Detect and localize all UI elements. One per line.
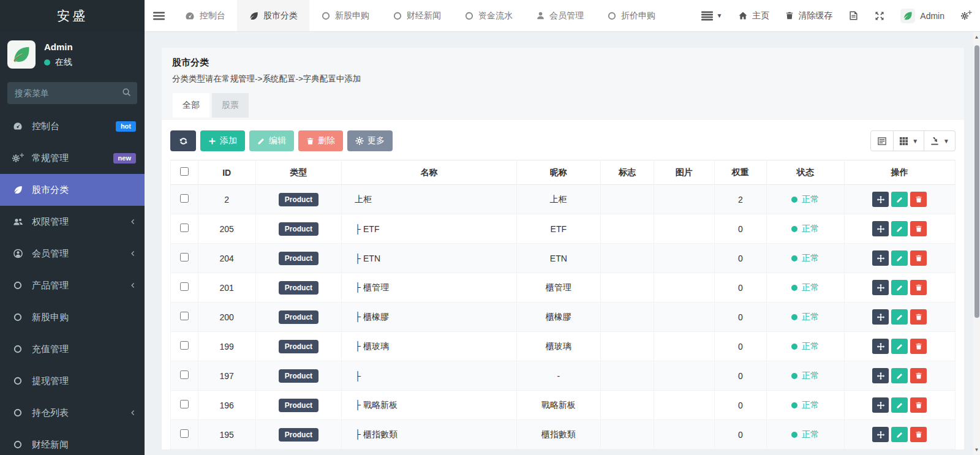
- scrollbar-thumb[interactable]: [974, 45, 979, 318]
- edit-row-button[interactable]: [891, 427, 908, 442]
- nav-tab-label: 会员管理: [549, 10, 584, 21]
- edit-row-button[interactable]: [891, 250, 908, 266]
- panel-tab-1[interactable]: 股票: [212, 93, 249, 118]
- delete-row-button[interactable]: [910, 427, 927, 442]
- nav-tab-5[interactable]: 会员管理: [524, 0, 595, 31]
- delete-row-button[interactable]: [910, 221, 927, 236]
- cell-status: 正常: [767, 420, 844, 449]
- row-checkbox[interactable]: [180, 429, 189, 438]
- nav-tab-1[interactable]: 股市分类: [237, 0, 309, 31]
- edit-button[interactable]: 编辑: [249, 130, 294, 151]
- search-input[interactable]: [7, 82, 137, 104]
- panel-tab-0[interactable]: 全部: [173, 93, 209, 118]
- sidebar-item-9[interactable]: 持仓列表: [0, 397, 145, 429]
- search-icon[interactable]: [122, 88, 131, 97]
- edit-row-button[interactable]: [891, 192, 908, 207]
- scrollbar-up-arrow[interactable]: ▲: [973, 33, 980, 41]
- row-checkbox[interactable]: [180, 312, 189, 320]
- delete-row-button[interactable]: [910, 397, 927, 413]
- cell-id: 197: [198, 361, 255, 391]
- columns-dropdown-button[interactable]: ▼: [894, 130, 924, 151]
- sidebar-item-8[interactable]: 提现管理: [0, 365, 145, 397]
- column-header[interactable]: 名称: [342, 160, 516, 185]
- drag-sort-button[interactable]: [872, 397, 889, 413]
- clear-cache-button[interactable]: 清除缓存: [777, 0, 840, 31]
- panel: 股市分类 分类类型请在常规管理->系统配置->字典配置中添加 全部股票: [162, 48, 964, 449]
- column-header[interactable]: 图片: [654, 160, 714, 185]
- language-switch-button[interactable]: [840, 0, 867, 31]
- online-dot: [44, 59, 50, 66]
- user-menu[interactable]: Admin: [892, 0, 952, 31]
- column-header[interactable]: 状态: [767, 160, 844, 185]
- edit-row-button[interactable]: [891, 397, 908, 413]
- toggle-view-button[interactable]: [870, 130, 894, 151]
- delete-row-button[interactable]: [910, 368, 927, 383]
- delete-row-button[interactable]: [910, 192, 927, 207]
- row-checkbox[interactable]: [180, 224, 189, 232]
- select-all-checkbox[interactable]: [180, 167, 189, 176]
- settings-button[interactable]: [952, 0, 980, 31]
- row-checkbox[interactable]: [180, 400, 189, 408]
- fullscreen-button[interactable]: [867, 0, 892, 31]
- sidebar-item-3[interactable]: 权限管理: [0, 206, 145, 238]
- column-header[interactable]: 昵称: [516, 160, 601, 185]
- delete-row-button[interactable]: [910, 309, 927, 325]
- nav-tab-2[interactable]: 新股申购: [309, 0, 381, 31]
- row-checkbox[interactable]: [180, 282, 189, 291]
- column-header[interactable]: ID: [198, 160, 255, 185]
- drag-sort-button[interactable]: [872, 221, 889, 236]
- row-checkbox[interactable]: [180, 194, 189, 203]
- nav-tab-3[interactable]: 财经新闻: [381, 0, 453, 31]
- row-checkbox[interactable]: [180, 370, 189, 379]
- drag-sort-button[interactable]: [872, 280, 889, 295]
- edit-row-button[interactable]: [891, 368, 908, 383]
- cell-nick: ETN: [516, 244, 601, 273]
- drag-sort-button[interactable]: [872, 250, 889, 266]
- edit-row-button[interactable]: [891, 280, 908, 295]
- export-dropdown-button[interactable]: ▼: [924, 130, 956, 151]
- delete-row-button[interactable]: [910, 250, 927, 266]
- gear-icon: [355, 137, 364, 145]
- cell-name: ├ 櫃橡膠: [342, 303, 516, 332]
- column-header[interactable]: 权重: [714, 160, 767, 185]
- drag-sort-button[interactable]: [872, 192, 889, 207]
- table-header-row: ID类型名称昵称标志图片权重状态操作: [171, 160, 956, 185]
- row-checkbox[interactable]: [180, 341, 189, 350]
- drag-sort-button[interactable]: [872, 368, 889, 383]
- column-header[interactable]: 类型: [255, 160, 342, 185]
- column-header[interactable]: 操作: [844, 160, 955, 185]
- trash-icon: [785, 11, 794, 20]
- edit-row-button[interactable]: [891, 221, 908, 236]
- scrollbar-down-arrow[interactable]: ▼: [973, 446, 980, 454]
- drag-sort-button[interactable]: [872, 309, 889, 325]
- cell-operations: [844, 361, 955, 391]
- refresh-button[interactable]: [170, 130, 196, 151]
- drag-sort-button[interactable]: [872, 339, 889, 354]
- home-button[interactable]: 主页: [730, 0, 777, 31]
- cell-operations: [844, 420, 955, 449]
- sidebar-item-6[interactable]: 新股申购: [0, 301, 145, 333]
- sidebar-item-0[interactable]: 控制台hot: [0, 110, 145, 142]
- delete-row-button[interactable]: [910, 280, 927, 295]
- nav-tab-0[interactable]: 控制台: [173, 0, 237, 31]
- sidebar-item-5[interactable]: 产品管理: [0, 269, 145, 301]
- more-button[interactable]: 更多: [347, 130, 393, 151]
- delete-row-button[interactable]: [910, 339, 927, 354]
- drag-sort-button[interactable]: [872, 427, 889, 442]
- sidebar-item-2[interactable]: 股市分类: [0, 174, 145, 206]
- edit-row-button[interactable]: [891, 339, 908, 354]
- edit-row-button[interactable]: [891, 309, 908, 325]
- tab-list-dropdown[interactable]: ▼: [693, 0, 730, 31]
- sidebar-item-10[interactable]: 财经新闻: [0, 429, 145, 455]
- column-header[interactable]: 标志: [601, 160, 654, 185]
- nav-tab-4[interactable]: 资金流水: [453, 0, 524, 31]
- delete-button[interactable]: 删除: [298, 130, 343, 151]
- add-button[interactable]: 添加: [200, 130, 245, 151]
- sidebar-item-4[interactable]: 会员管理: [0, 238, 145, 269]
- sidebar-item-7[interactable]: 充值管理: [0, 333, 145, 365]
- vertical-scrollbar[interactable]: ▲ ▼: [973, 32, 980, 455]
- sidebar-item-1[interactable]: 常规管理new: [0, 142, 145, 174]
- nav-tab-6[interactable]: 折价申购: [595, 0, 667, 31]
- hamburger-menu-icon[interactable]: [145, 0, 173, 31]
- row-checkbox[interactable]: [180, 253, 189, 261]
